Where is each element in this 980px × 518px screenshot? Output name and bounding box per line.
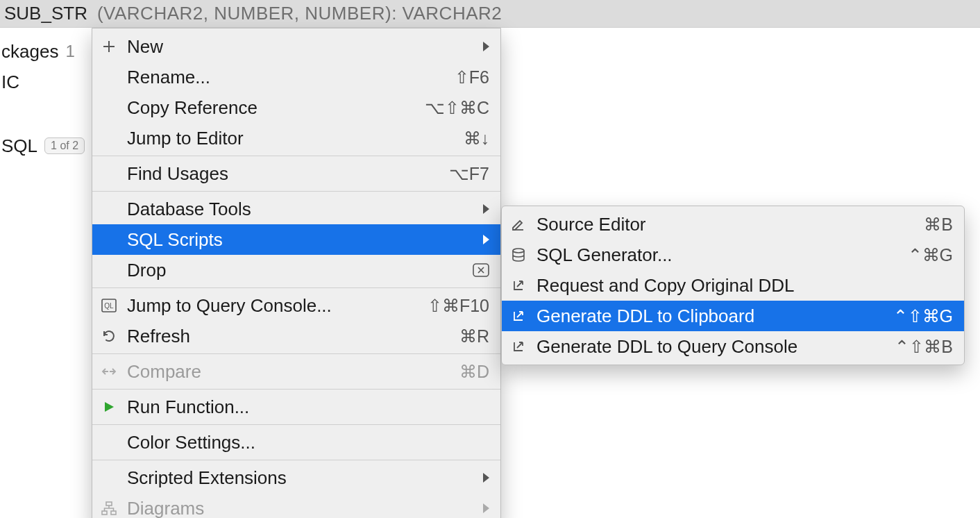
diagram-icon — [99, 499, 119, 518]
database-icon — [509, 245, 528, 265]
shortcut: ⇧⌘F10 — [428, 296, 489, 316]
svg-text:QL: QL — [104, 302, 114, 310]
object-signature: (VARCHAR2, NUMBER, NUMBER): VARCHAR2 — [97, 3, 502, 24]
title-bar: SUB_STR (VARCHAR2, NUMBER, NUMBER): VARC… — [0, 0, 980, 28]
query-console-icon: QL — [99, 296, 119, 315]
menu-label: Run Function... — [127, 396, 489, 418]
shortcut: ⌘R — [459, 326, 489, 346]
submenu-generate-ddl-clipboard[interactable]: Generate DDL to Clipboard ⌃⇧⌘G — [502, 301, 964, 331]
shortcut: ⌥F7 — [449, 164, 489, 184]
separator — [92, 287, 500, 288]
menu-sql-scripts[interactable]: SQL Scripts — [92, 224, 500, 255]
menu-label: Scripted Extensions — [127, 467, 469, 489]
menu-run-function[interactable]: Run Function... — [92, 392, 500, 422]
menu-label: Request and Copy Original DDL — [537, 275, 953, 296]
menu-label: SQL Generator... — [537, 244, 899, 266]
refresh-icon — [99, 326, 119, 346]
shortcut: ⌃⌘G — [908, 245, 953, 265]
separator — [92, 191, 500, 192]
run-icon — [99, 397, 119, 417]
usage-count-badge: 1 of 2 — [44, 137, 85, 154]
menu-drop[interactable]: Drop — [92, 255, 500, 285]
context-menu: New Rename... ⇧F6 Copy Reference ⌥⇧⌘C Ju… — [92, 28, 501, 518]
menu-diagrams: Diagrams — [92, 493, 500, 518]
side-row-ic[interactable]: IC — [1, 67, 92, 97]
separator — [92, 156, 500, 156]
submenu-arrow-icon — [483, 204, 489, 214]
separator — [92, 424, 500, 425]
shortcut: ⌃⇧⌘B — [895, 337, 953, 357]
menu-label: Jump to Query Console... — [127, 295, 419, 317]
shortcut: ⇧F6 — [455, 67, 489, 87]
menu-label: New — [127, 36, 469, 58]
svg-rect-5 — [111, 511, 116, 515]
export-icon — [509, 306, 528, 326]
menu-scripted-extensions[interactable]: Scripted Extensions — [92, 462, 500, 493]
menu-jump-query-console[interactable]: QL Jump to Query Console... ⇧⌘F10 — [92, 290, 500, 321]
compare-icon — [99, 362, 119, 381]
side-row-label: SQL — [1, 135, 37, 157]
object-name: SUB_STR — [4, 3, 87, 24]
menu-copy-reference[interactable]: Copy Reference ⌥⇧⌘C — [92, 92, 500, 123]
shortcut: ⌘B — [924, 215, 953, 235]
menu-new[interactable]: New — [92, 31, 500, 62]
menu-jump-editor[interactable]: Jump to Editor ⌘↓ — [92, 123, 500, 153]
separator — [92, 389, 500, 390]
edit-icon — [509, 215, 528, 234]
menu-find-usages[interactable]: Find Usages ⌥F7 — [92, 158, 500, 189]
menu-label: Color Settings... — [127, 432, 489, 453]
side-row-sql[interactable]: SQL 1 of 2 — [1, 131, 92, 161]
side-row-label: IC — [1, 72, 19, 93]
side-row-label: ckages — [1, 41, 58, 62]
side-row-count: 1 — [65, 42, 74, 61]
delete-icon — [473, 260, 489, 280]
separator — [92, 353, 500, 354]
menu-label: Generate DDL to Query Console — [537, 336, 886, 358]
submenu-request-copy-ddl[interactable]: Request and Copy Original DDL — [502, 270, 964, 301]
menu-label: Refresh — [127, 326, 451, 347]
export-icon — [509, 276, 528, 295]
menu-rename[interactable]: Rename... ⇧F6 — [92, 62, 500, 92]
submenu-sql-generator[interactable]: SQL Generator... ⌃⌘G — [502, 240, 964, 270]
menu-label: Jump to Editor — [127, 128, 455, 149]
menu-label: Find Usages — [127, 163, 441, 185]
menu-database-tools[interactable]: Database Tools — [92, 194, 500, 224]
shortcut: ⌘D — [459, 362, 489, 382]
shortcut: ⌘↓ — [464, 128, 490, 149]
menu-refresh[interactable]: Refresh ⌘R — [92, 321, 500, 351]
submenu-source-editor[interactable]: Source Editor ⌘B — [502, 209, 964, 240]
menu-label: Rename... — [127, 67, 446, 88]
menu-label: Generate DDL to Clipboard — [537, 306, 885, 327]
plus-icon — [99, 37, 119, 56]
export-icon — [509, 337, 528, 356]
separator — [92, 460, 500, 460]
menu-label: SQL Scripts — [127, 229, 469, 251]
submenu-arrow-icon — [483, 42, 489, 51]
menu-label: Copy Reference — [127, 97, 416, 119]
side-row-packages[interactable]: ckages 1 — [1, 36, 92, 67]
svg-point-6 — [513, 249, 524, 253]
menu-color-settings[interactable]: Color Settings... — [92, 427, 500, 458]
menu-label: Source Editor — [537, 214, 915, 235]
side-panel: ckages 1 IC SQL 1 of 2 — [0, 28, 92, 161]
shortcut: ⌥⇧⌘C — [425, 98, 489, 118]
shortcut: ⌃⇧⌘G — [893, 306, 953, 326]
menu-label: Drop — [127, 260, 464, 281]
submenu-generate-ddl-console[interactable]: Generate DDL to Query Console ⌃⇧⌘B — [502, 331, 964, 362]
menu-label: Database Tools — [127, 199, 469, 220]
menu-label: Compare — [127, 361, 451, 383]
sql-scripts-submenu: Source Editor ⌘B SQL Generator... ⌃⌘G Re… — [501, 206, 965, 365]
submenu-arrow-icon — [483, 503, 489, 513]
svg-rect-3 — [106, 502, 112, 506]
submenu-arrow-icon — [483, 473, 489, 483]
svg-rect-4 — [102, 511, 107, 515]
menu-compare: Compare ⌘D — [92, 356, 500, 387]
menu-label: Diagrams — [127, 498, 469, 519]
submenu-arrow-icon — [483, 235, 489, 244]
